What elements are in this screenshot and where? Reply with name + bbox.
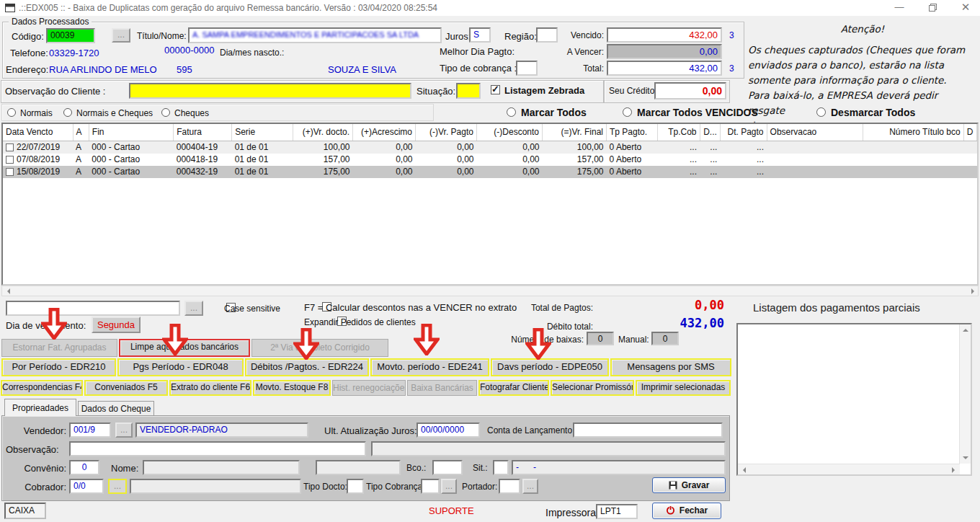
table-cell: 100,00 — [543, 141, 607, 154]
tipo-docto-field[interactable] — [347, 479, 364, 494]
radio-marcar-todos[interactable] — [507, 107, 516, 117]
conveniados-button[interactable]: Conveniados F5 — [84, 380, 168, 396]
table-cell — [963, 166, 976, 178]
por-periodo-button[interactable]: Por Período - EDR210 — [1, 358, 116, 376]
sit-field[interactable] — [493, 460, 509, 475]
davs-periodo-button[interactable]: Davs período - EDPE050 — [491, 358, 609, 376]
suporte-label[interactable]: SUPORTE — [429, 505, 474, 516]
close-button[interactable]: ✕ — [950, 0, 980, 16]
minimize-button[interactable]: — — [883, 0, 915, 16]
red-arrow-annotation — [414, 324, 440, 355]
case-sensitive-label: Case sensitive — [224, 304, 280, 314]
vendedor-label: Vendedor: — [14, 425, 66, 436]
observacao-display — [371, 441, 726, 456]
red-arrow-annotation — [41, 308, 67, 340]
grid-h-scrollbar[interactable] — [1, 286, 979, 296]
search-browse-button[interactable]: ... — [184, 301, 203, 316]
bco-label: Bco.: — [406, 463, 426, 473]
fotografar-cliente-button[interactable]: Fotografar Cliente — [478, 380, 549, 396]
scroll-left-icon[interactable] — [739, 465, 749, 474]
codigo-browse-button[interactable]: ... — [112, 28, 130, 43]
vendedor-field[interactable]: 001/9 — [69, 423, 111, 438]
column-header: Tp Pagto. — [607, 124, 658, 141]
portador-browse-button[interactable]: ... — [522, 479, 538, 494]
listagem-zebrada-checkbox[interactable] — [491, 85, 500, 94]
portador-field[interactable] — [499, 479, 520, 494]
movto-periodo-button[interactable]: Movto. período - EDE241 — [370, 358, 489, 376]
hist-renegociacoes-button[interactable]: Hist. renegociações — [332, 380, 406, 396]
tab-dados-do-cheque[interactable]: Dados do Cheque — [78, 401, 154, 416]
correspondencias-button[interactable]: Correspondencias F4 — [1, 380, 83, 396]
movto-estoque-button[interactable]: Movto. Estoque F8 — [253, 380, 331, 396]
tipo-cobranca-browse-button[interactable]: ... — [441, 479, 457, 494]
convenio-field[interactable]: 0 — [69, 460, 99, 475]
table-row[interactable]: 22/07/2019A000 - Cartao000404-1901 de 01… — [3, 141, 977, 154]
radio-normais[interactable] — [7, 108, 16, 117]
radio-marcar-todos-vencidos[interactable] — [623, 107, 632, 117]
codigo-label: Código: — [12, 31, 44, 42]
listbox-v-scrollbar[interactable] — [959, 324, 971, 464]
impressora-field[interactable]: LPT1 — [596, 504, 638, 519]
scroll-right-icon[interactable] — [966, 286, 977, 296]
radio-normais-e-cheques-label: Normais e Cheques — [76, 108, 153, 118]
listagem-parciais-listbox[interactable] — [736, 323, 972, 476]
juros-field[interactable]: S — [469, 27, 491, 43]
observacao-cliente-field[interactable] — [129, 83, 411, 99]
table-cell — [767, 166, 863, 178]
search-input[interactable] — [6, 301, 180, 316]
radio-normais-e-cheques[interactable] — [63, 108, 72, 117]
scroll-right-icon[interactable] — [947, 465, 958, 474]
restore-button[interactable] — [917, 0, 948, 16]
codigo-field[interactable]: 00039 — [46, 28, 95, 43]
observacao-field[interactable] — [69, 441, 366, 456]
gravar-button[interactable]: Gravar — [652, 477, 726, 493]
scroll-up-icon[interactable] — [961, 326, 971, 335]
avencer-field: 0,00 — [607, 44, 722, 59]
situacao-field[interactable] — [456, 83, 481, 99]
listbox-h-scrollbar[interactable] — [738, 464, 960, 474]
table-row[interactable]: 07/08/2019A000 - Cartao000418-1901 de 01… — [3, 154, 977, 166]
extrato-cliente-button[interactable]: Extrato do cliente F6 — [169, 380, 251, 396]
imprimir-selecionadas-button[interactable]: Imprimir selecionadas — [636, 380, 731, 396]
fechar-button[interactable]: Fechar — [652, 503, 721, 519]
row-checkbox[interactable] — [6, 143, 14, 151]
row-checkbox[interactable] — [6, 168, 14, 176]
seu-credito-label: Seu Crédito.: — [609, 86, 659, 96]
radio-desmarcar-todos[interactable] — [816, 107, 826, 117]
conta-lancamento-label: Conta de Lançamento : — [487, 425, 577, 435]
endereco-label: Endereço: — [6, 64, 48, 75]
titulo-nome-field-redacted[interactable]: A. SAMPA EMPREENDIMENTOS E PARTICIPACOES… — [188, 27, 442, 43]
tipo-cobranca-field[interactable] — [516, 61, 538, 76]
manual-label: Manual: — [618, 335, 649, 345]
table-cell: 0,00 — [476, 141, 542, 154]
debitos-pagtos-button[interactable]: Débitos /Pagtos. - EDR224 — [245, 358, 369, 376]
row-checkbox[interactable] — [6, 156, 14, 164]
radio-cheques[interactable] — [161, 108, 170, 117]
total-pagtos-value: 0,00 — [620, 298, 724, 312]
baixa-bancarias-button[interactable]: Baixa Bancárias — [407, 380, 477, 396]
table-cell: ... — [657, 141, 700, 154]
conta-lancamento-field[interactable] — [573, 423, 723, 438]
atencao-line: somente para informação para o cliente. — [748, 73, 977, 88]
selecionar-promissoria-button[interactable]: Selecionar Promissória — [551, 380, 634, 396]
cobrador-field[interactable]: 0/0 — [69, 479, 104, 494]
scroll-left-icon[interactable] — [3, 286, 14, 296]
tipo-cobranca-label: Tipo de cobrança : — [440, 63, 517, 74]
ult-atualizacao-juros-field[interactable]: 00/00/0000 — [416, 423, 480, 438]
seu-credito-field: 0,00 — [654, 82, 726, 99]
mensagens-sms-button[interactable]: Mensagens por SMS — [610, 358, 731, 376]
vendedor-browse-button[interactable]: ... — [115, 423, 133, 438]
column-header: (+)Acrescimo — [353, 124, 416, 141]
tipo-cobranca-form-field[interactable] — [421, 479, 440, 494]
bco-field[interactable] — [432, 460, 463, 475]
tab-proprieadades[interactable]: Proprieadades — [4, 399, 76, 416]
table-row[interactable]: 15/08/2019A000 - Cartao000432-1901 de 01… — [3, 166, 977, 178]
segunda-via-boleto-button[interactable]: 2ª Via de Boleto Corrigido — [251, 339, 388, 357]
estornar-fat-agrupadas-button[interactable]: Estornar Fat. Agrupadas — [1, 339, 117, 357]
scroll-down-icon[interactable] — [961, 453, 971, 462]
cobrador-browse-button[interactable]: ... — [108, 479, 127, 494]
duplicatas-grid[interactable]: Data VenctoAFinFaturaSerie(+)Vr. docto.(… — [1, 123, 979, 286]
pgs-periodo-button[interactable]: Pgs Período - EDR048 — [117, 358, 244, 376]
table-cell: 0 Aberto — [607, 141, 658, 154]
telefone-value: 03329-1720 — [49, 48, 99, 58]
